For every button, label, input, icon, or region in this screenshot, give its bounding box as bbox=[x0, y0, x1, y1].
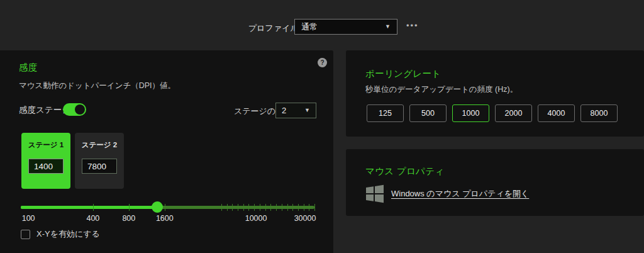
more-options-icon[interactable]: ••• bbox=[406, 21, 419, 30]
slider-scale-label: 30000 bbox=[294, 214, 316, 223]
slider-tick bbox=[260, 204, 260, 211]
profile-label: プロファイル bbox=[248, 23, 299, 34]
stage-card-label: ステージ 1 bbox=[28, 140, 64, 150]
mouse-properties-panel: マウス プロパティ Windows のマウス プロパティを開く bbox=[346, 149, 644, 216]
slider-scale-label: 800 bbox=[122, 214, 135, 223]
windows-logo-icon bbox=[366, 184, 384, 203]
slider-fill bbox=[21, 206, 157, 209]
profile-dropdown-value: 通常 bbox=[301, 21, 385, 33]
polling-rate-button[interactable]: 8000 bbox=[580, 104, 618, 122]
profile-dropdown[interactable]: 通常 ▼ bbox=[294, 19, 397, 35]
slider-tick bbox=[227, 204, 228, 211]
slider-tick bbox=[292, 204, 293, 211]
mouse-properties-row: Windows のマウス プロパティを開く bbox=[366, 184, 529, 203]
slider-tick bbox=[270, 204, 271, 211]
slider-tick bbox=[304, 204, 304, 211]
slider-handle[interactable] bbox=[152, 201, 163, 213]
polling-rate-description: 秒単位のデータアップデートの頻度 (Hz)。 bbox=[365, 84, 518, 95]
sensitivity-stages-toggle[interactable] bbox=[63, 103, 86, 116]
stage-cards: ステージ 1ステージ 2 bbox=[21, 133, 124, 189]
slider-tick bbox=[254, 204, 255, 211]
slider-scale-label: 10000 bbox=[245, 214, 267, 223]
stage-dpi-input[interactable] bbox=[28, 159, 64, 174]
toggle-knob bbox=[75, 104, 85, 115]
slider-tick bbox=[243, 204, 244, 211]
stage-count-value: 2 bbox=[282, 106, 304, 115]
polling-rate-button[interactable]: 500 bbox=[409, 104, 447, 122]
stage-count-dropdown[interactable]: 2 ▼ bbox=[275, 103, 316, 118]
polling-rate-button[interactable]: 125 bbox=[367, 104, 404, 122]
open-windows-mouse-properties-link[interactable]: Windows のマウス プロパティを開く bbox=[391, 188, 529, 200]
stage-card[interactable]: ステージ 1 bbox=[21, 133, 70, 189]
stage-dpi-input[interactable] bbox=[82, 159, 117, 174]
xy-enable-row: X-Yを有効にする bbox=[21, 228, 100, 240]
chevron-down-icon: ▼ bbox=[385, 24, 391, 30]
synapse-mouse-settings-screen: プロファイル 通常 ▼ ••• ? 感度 マウス動作のドットパーインチ（DPI）… bbox=[0, 0, 644, 253]
stage-card-label: ステージ 2 bbox=[82, 140, 117, 150]
slider-tick bbox=[232, 204, 233, 211]
polling-rate-options: 1255001000200040008000 bbox=[367, 104, 618, 122]
slider-tick bbox=[165, 204, 165, 211]
slider-tick bbox=[129, 204, 130, 211]
slider-scale-label: 1600 bbox=[156, 214, 174, 223]
polling-rate-button[interactable]: 4000 bbox=[538, 104, 575, 122]
slider-tick bbox=[221, 204, 222, 211]
slider-scale-labels: 10040080016001000030000 bbox=[21, 214, 314, 224]
slider-tick bbox=[298, 204, 299, 211]
sensitivity-description: マウス動作のドットパーインチ（DPI）値。 bbox=[19, 81, 175, 91]
mouse-properties-title: マウス プロパティ bbox=[365, 166, 444, 177]
chevron-down-icon: ▼ bbox=[304, 108, 310, 113]
xy-enable-label: X-Yを有効にする bbox=[36, 228, 100, 240]
polling-rate-button[interactable]: 2000 bbox=[495, 104, 532, 122]
dpi-slider[interactable] bbox=[21, 201, 314, 213]
help-icon[interactable]: ? bbox=[318, 58, 327, 67]
stage-card[interactable]: ステージ 2 bbox=[75, 133, 124, 189]
slider-tick bbox=[282, 204, 282, 211]
sensitivity-title: 感度 bbox=[19, 62, 38, 74]
slider-scale-label: 100 bbox=[22, 214, 35, 223]
slider-tick bbox=[265, 204, 266, 211]
slider-tick bbox=[287, 204, 288, 211]
slider-tick bbox=[238, 204, 238, 211]
polling-rate-button[interactable]: 1000 bbox=[452, 104, 489, 122]
slider-scale-label: 400 bbox=[86, 214, 99, 223]
slider-tick bbox=[93, 204, 94, 211]
polling-rate-panel: ポーリングレート 秒単位のデータアップデートの頻度 (Hz)。 12550010… bbox=[346, 50, 644, 137]
top-bar: プロファイル 通常 ▼ ••• bbox=[0, 0, 644, 50]
slider-tick bbox=[276, 204, 277, 211]
slider-tick bbox=[314, 204, 315, 211]
slider-tick bbox=[248, 204, 249, 211]
sensitivity-panel: ? 感度 マウス動作のドットパーインチ（DPI）値。 感度ステージ ステージの数… bbox=[0, 50, 333, 253]
polling-rate-title: ポーリングレート bbox=[365, 68, 441, 80]
xy-enable-checkbox[interactable] bbox=[21, 230, 30, 239]
slider-tick bbox=[309, 204, 309, 211]
